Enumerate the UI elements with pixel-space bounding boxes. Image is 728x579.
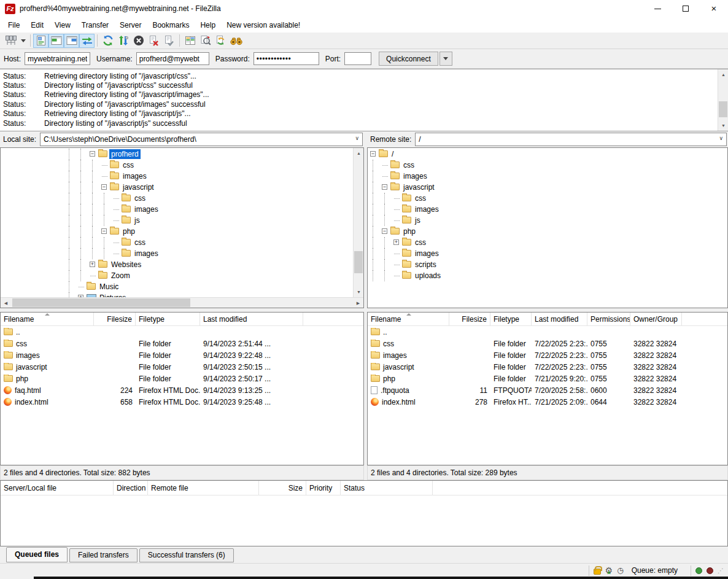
remote-site-combobox[interactable]: / ∨ — [415, 133, 727, 146]
column-header-last-modified[interactable]: Last modified — [532, 313, 587, 325]
scroll-up-icon[interactable]: ▲ — [718, 69, 728, 80]
collapse-toggle-icon[interactable]: − — [370, 151, 376, 157]
tab-successful-transfers-6[interactable]: Successful transfers (6) — [139, 548, 234, 562]
tree-item-label[interactable]: css — [121, 160, 136, 170]
quickconnect-button[interactable]: Quickconnect — [379, 52, 438, 66]
toggle-transfer-queue-icon[interactable] — [79, 34, 95, 48]
tree-item-label[interactable]: php — [121, 227, 137, 236]
log-scrollbar[interactable]: ▲ ▼ — [718, 69, 728, 131]
synchronized-browsing-icon[interactable] — [213, 34, 228, 48]
tree-item[interactable]: −profherd — [1, 149, 363, 160]
tree-item[interactable]: −javascript — [368, 182, 727, 193]
tree-item[interactable]: css — [1, 193, 363, 204]
tree-item[interactable]: css — [1, 160, 363, 171]
settings-gear-icon[interactable]: ⚙A — [605, 566, 613, 575]
scroll-right-icon[interactable]: ▶ — [353, 298, 363, 308]
expand-toggle-icon[interactable]: + — [393, 239, 399, 245]
host-input[interactable] — [25, 52, 90, 65]
maximize-button[interactable] — [672, 0, 700, 17]
tree-item-label[interactable]: Zoom — [109, 271, 132, 281]
queue-column-header-direction[interactable]: Direction — [114, 481, 148, 495]
queue-column-header-status[interactable]: Status — [341, 481, 433, 495]
tree-item[interactable]: images — [368, 171, 727, 182]
column-header-filesize[interactable]: Filesize — [94, 313, 136, 325]
scroll-up-icon[interactable]: ▲ — [354, 148, 364, 158]
column-header-filename[interactable]: Filename — [368, 313, 449, 325]
local-tree-vthumb[interactable] — [354, 251, 363, 273]
file-row[interactable]: javascriptFile folder7/22/2025 2:23:...0… — [368, 361, 727, 373]
queue-column-header-size[interactable]: Size — [259, 481, 306, 495]
site-manager-icon[interactable] — [3, 34, 18, 48]
tree-item-label[interactable]: css — [133, 238, 147, 247]
tree-item-label[interactable]: images — [133, 249, 160, 258]
tree-item[interactable]: css — [368, 193, 727, 204]
queue-column-header-server-local-file[interactable]: Server/Local file — [1, 481, 114, 495]
toggle-local-tree-icon[interactable] — [48, 34, 64, 48]
tree-item[interactable]: js — [1, 215, 363, 226]
column-header-last-modified[interactable]: Last modified — [200, 313, 303, 325]
lock-icon[interactable] — [594, 569, 601, 575]
file-row[interactable]: javascriptFile folder9/14/2023 2:50:15 .… — [1, 361, 363, 373]
tree-item-label[interactable]: uploads — [413, 271, 443, 281]
queue-column-header-priority[interactable]: Priority — [306, 481, 341, 495]
process-queue-icon[interactable] — [115, 34, 131, 48]
local-tree-hthumb[interactable] — [12, 298, 190, 307]
tree-item-label[interactable]: css — [413, 238, 428, 247]
site-manager-dropdown-icon[interactable] — [18, 34, 28, 48]
collapse-toggle-icon[interactable]: − — [90, 151, 95, 157]
find-files-icon[interactable] — [198, 34, 213, 48]
file-row[interactable]: index.html278Firefox HT...7/21/2025 2:09… — [368, 396, 727, 408]
directory-comparison-icon[interactable] — [182, 34, 198, 48]
tree-item-label[interactable]: Websites — [109, 260, 143, 270]
menu-item-help[interactable]: Help — [195, 19, 221, 31]
menu-item-new-version-available[interactable]: New version available! — [221, 19, 306, 31]
tree-item-label[interactable]: php — [401, 227, 417, 236]
tab-queued-files[interactable]: Queued files — [6, 547, 68, 562]
tree-item-label[interactable]: images — [413, 249, 441, 258]
scroll-left-icon[interactable]: ◀ — [1, 298, 11, 308]
tree-item-label[interactable]: images — [121, 171, 149, 181]
username-input[interactable] — [136, 52, 209, 65]
tree-item[interactable]: Music — [1, 281, 363, 292]
file-row[interactable]: .. — [1, 326, 363, 338]
expand-toggle-icon[interactable]: + — [90, 262, 95, 267]
chevron-down-icon[interactable]: ∨ — [719, 135, 723, 141]
quickconnect-dropdown-button[interactable] — [440, 52, 452, 66]
collapse-toggle-icon[interactable]: − — [382, 228, 387, 234]
filter-icon[interactable] — [228, 34, 244, 48]
tree-item-label[interactable]: Music — [98, 282, 120, 292]
tree-item[interactable]: images — [1, 204, 363, 215]
tree-item-label[interactable]: images — [133, 204, 160, 214]
tree-item-label[interactable]: scripts — [413, 260, 438, 270]
tree-item[interactable]: scripts — [368, 259, 727, 270]
tree-item-label[interactable]: javascript — [121, 182, 156, 192]
close-button[interactable]: × — [700, 0, 728, 17]
collapse-toggle-icon[interactable]: − — [101, 228, 107, 234]
file-row[interactable]: .. — [368, 326, 727, 338]
reconnect-icon[interactable] — [161, 34, 177, 48]
tree-item-label[interactable]: js — [413, 216, 422, 225]
scroll-down-icon[interactable]: ▼ — [718, 120, 728, 131]
tree-item[interactable]: −javascript — [1, 182, 363, 193]
tree-item[interactable]: js — [368, 215, 727, 226]
file-row[interactable]: cssFile folder7/22/2025 2:23:...07553282… — [368, 338, 727, 349]
column-header-filename[interactable]: Filename — [1, 313, 94, 325]
menu-item-server[interactable]: Server — [114, 19, 147, 31]
tree-item-label[interactable]: profherd — [109, 149, 141, 159]
tree-item[interactable]: css — [368, 160, 727, 171]
tree-item[interactable]: −/ — [368, 149, 727, 160]
disconnect-icon[interactable] — [146, 34, 161, 48]
tree-item[interactable]: +css — [368, 237, 727, 248]
password-input[interactable] — [254, 52, 319, 65]
tree-item-label[interactable]: images — [413, 204, 441, 214]
column-header-filetype[interactable]: Filetype — [490, 313, 532, 325]
chevron-down-icon[interactable]: ∨ — [355, 135, 359, 141]
tree-item[interactable]: −php — [1, 226, 363, 237]
collapse-toggle-icon[interactable]: − — [101, 184, 107, 190]
tree-item[interactable]: images — [1, 248, 363, 259]
column-header-owner-group[interactable]: Owner/Group — [630, 313, 682, 325]
collapse-toggle-icon[interactable]: − — [382, 184, 387, 190]
menu-item-transfer[interactable]: Transfer — [76, 19, 114, 31]
file-row[interactable]: cssFile folder9/14/2023 2:51:44 ... — [1, 338, 363, 349]
tab-failed-transfers[interactable]: Failed transfers — [69, 548, 137, 562]
